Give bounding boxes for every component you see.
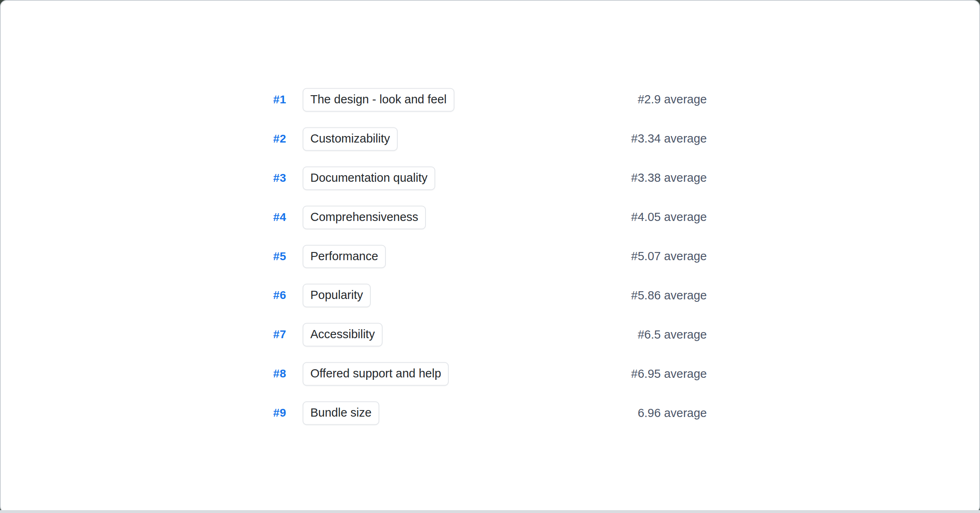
option-chip[interactable]: Accessibility <box>303 323 383 347</box>
rank-number: #4 <box>273 211 303 224</box>
option-chip[interactable]: Documentation quality <box>303 166 435 190</box>
rank-number: #2 <box>273 132 303 145</box>
ranking-row: #1 The design - look and feel #2.9 avera… <box>273 88 707 112</box>
ranking-row: #5 Performance #5.07 average <box>273 245 707 268</box>
ranking-row: #3 Documentation quality #3.38 average <box>273 166 707 190</box>
option-chip[interactable]: The design - look and feel <box>303 88 454 112</box>
average-score: #6.5 average <box>638 328 707 341</box>
rank-number: #6 <box>273 289 303 302</box>
rank-number: #8 <box>273 368 303 381</box>
rank-number: #1 <box>273 93 303 106</box>
rank-number: #3 <box>273 172 303 185</box>
average-score: #2.9 average <box>638 93 707 107</box>
rank-number: #5 <box>273 250 303 263</box>
ranking-row: #8 Offered support and help #6.95 averag… <box>273 362 707 386</box>
ranking-row: #6 Popularity #5.86 average <box>273 284 707 308</box>
ranking-row: #9 Bundle size 6.96 average <box>273 401 707 425</box>
average-score: #3.34 average <box>631 132 707 146</box>
average-score: #3.38 average <box>631 172 707 185</box>
option-chip[interactable]: Bundle size <box>303 401 379 425</box>
ranking-row: #7 Accessibility #6.5 average <box>273 323 707 347</box>
option-chip[interactable]: Performance <box>303 245 386 268</box>
rank-number: #9 <box>273 407 303 420</box>
bottom-edge-bar <box>0 510 980 513</box>
rank-number: #7 <box>273 328 303 341</box>
option-chip[interactable]: Popularity <box>303 284 371 308</box>
average-score: #4.05 average <box>631 211 707 224</box>
average-score: 6.96 average <box>638 406 707 420</box>
average-score: #6.95 average <box>631 367 707 381</box>
results-window: #1 The design - look and feel #2.9 avera… <box>0 0 980 513</box>
ranking-row: #4 Comprehensiveness #4.05 average <box>273 205 707 229</box>
ranking-results-list: #1 The design - look and feel #2.9 avera… <box>273 88 707 425</box>
ranking-row: #2 Customizability #3.34 average <box>273 127 707 151</box>
option-chip[interactable]: Comprehensiveness <box>303 205 426 229</box>
option-chip[interactable]: Customizability <box>303 127 398 151</box>
option-chip[interactable]: Offered support and help <box>303 362 449 386</box>
average-score: #5.86 average <box>631 289 707 302</box>
average-score: #5.07 average <box>631 250 707 263</box>
